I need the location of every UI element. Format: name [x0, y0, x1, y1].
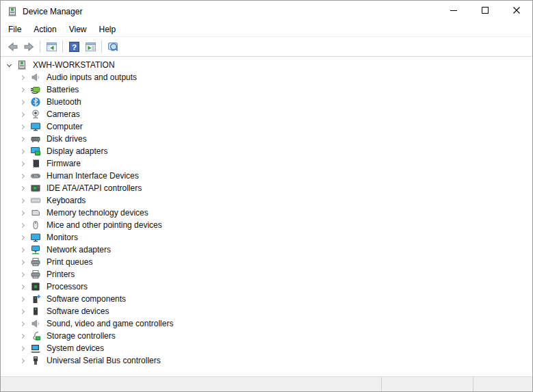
device-manager-icon — [7, 6, 18, 17]
chevron-down-icon[interactable] — [3, 60, 14, 70]
printer-icon — [30, 269, 41, 280]
tree-item-batteries[interactable]: Batteries — [1, 83, 532, 96]
chevron-right-icon[interactable] — [17, 269, 28, 280]
tree-item-keyboards[interactable]: Keyboards — [1, 194, 532, 207]
tree-item-software-components[interactable]: Software components — [1, 293, 532, 305]
chevron-right-icon[interactable] — [17, 306, 28, 317]
chevron-right-icon[interactable] — [17, 281, 28, 292]
tree-item-monitors[interactable]: Monitors — [1, 231, 532, 244]
tree-item-sound-video-and-game-controllers[interactable]: Sound, video and game controllers — [1, 317, 532, 330]
tree-item-print-queues[interactable]: Print queues — [1, 256, 532, 268]
chevron-right-icon[interactable] — [17, 355, 28, 366]
tree-item-system-devices[interactable]: System devices — [1, 342, 532, 354]
menu-action[interactable]: Action — [27, 23, 62, 36]
tree-item-label: Mice and other pointing devices — [45, 220, 164, 231]
tree-item-network-adapters[interactable]: Network adapters — [1, 244, 532, 256]
menu-file[interactable]: File — [2, 23, 27, 36]
svg-text:?: ? — [71, 42, 76, 51]
chevron-right-icon[interactable] — [17, 183, 28, 194]
chevron-right-icon[interactable] — [17, 330, 28, 341]
properties-button[interactable] — [82, 38, 99, 55]
tree-item-disk-drives[interactable]: Disk drives — [1, 133, 532, 145]
minimize-button[interactable] — [438, 1, 469, 22]
chevron-right-icon[interactable] — [17, 72, 28, 83]
camera-icon — [30, 109, 41, 120]
console-tree-icon — [46, 41, 57, 53]
tree-item-memory-technology-devices[interactable]: Memory technology devices — [1, 207, 532, 219]
software-device-icon — [30, 306, 41, 317]
menu-help[interactable]: Help — [93, 23, 122, 36]
chevron-right-icon[interactable] — [17, 121, 28, 132]
chevron-right-icon[interactable] — [17, 84, 28, 95]
mouse-icon — [30, 220, 41, 231]
chevron-right-icon[interactable] — [17, 257, 28, 267]
scan-for-hardware-changes-button[interactable] — [105, 38, 121, 55]
help-button[interactable]: ? — [66, 38, 82, 55]
tree-item-processors[interactable]: Processors — [1, 280, 532, 293]
tree-item-label: Memory technology devices — [45, 207, 150, 218]
chevron-right-icon[interactable] — [17, 195, 28, 206]
chevron-right-icon[interactable] — [17, 343, 28, 354]
tree-item-label: Audio inputs and outputs — [45, 72, 138, 83]
tree-item-storage-controllers[interactable]: Storage controllers — [1, 330, 532, 342]
menu-view[interactable]: View — [63, 23, 93, 36]
statusbar-segment — [473, 377, 532, 391]
chevron-right-icon[interactable] — [17, 133, 28, 144]
tree-item-software-devices[interactable]: Software devices — [1, 305, 532, 317]
chevron-right-icon[interactable] — [17, 158, 28, 169]
tree-item-label: Software components — [45, 293, 127, 304]
tree-item-ide-ata-atapi-controllers[interactable]: IDE ATA/ATAPI controllers — [1, 182, 532, 194]
device-tree: XWH-WORKSTATION Audio inputs and outputs… — [1, 57, 532, 376]
tree-item-display-adapters[interactable]: Display adapters — [1, 145, 532, 157]
back-button[interactable] — [4, 38, 21, 55]
forward-arrow-icon — [23, 41, 35, 53]
device-manager-window: Device Manager FileActionViewHelp ? XWH-… — [0, 0, 533, 392]
chevron-right-icon[interactable] — [17, 220, 28, 231]
tree-item-label: Print queues — [45, 257, 94, 267]
tree-item-label: Cameras — [45, 109, 81, 120]
battery-icon — [30, 84, 41, 95]
show-hide-console-tree-button[interactable] — [43, 38, 60, 55]
tree-item-firmware[interactable]: Firmware — [1, 157, 532, 170]
chevron-right-icon[interactable] — [17, 318, 28, 329]
window-title: Device Manager — [23, 7, 82, 16]
statusbar — [1, 376, 532, 391]
statusbar-segment — [381, 377, 473, 391]
chevron-right-icon[interactable] — [17, 232, 28, 243]
tree-item-printers[interactable]: Printers — [1, 268, 532, 280]
hid-icon — [30, 170, 41, 181]
tree-item-audio-inputs-and-outputs[interactable]: Audio inputs and outputs — [1, 71, 532, 83]
chevron-right-icon[interactable] — [17, 244, 28, 255]
tree-item-human-interface-devices[interactable]: Human Interface Devices — [1, 170, 532, 182]
tree-item-cameras[interactable]: Cameras — [1, 108, 532, 120]
tree-item-computer[interactable]: Computer — [1, 120, 532, 133]
tree-item-label: XWH-WORKSTATION — [31, 60, 116, 70]
titlebar: Device Manager — [1, 1, 532, 22]
tree-item-label: Software devices — [45, 306, 110, 317]
tree-item-label: Batteries — [45, 84, 80, 95]
tree-root-xwh-workstation[interactable]: XWH-WORKSTATION — [1, 59, 532, 71]
tree-item-label: Network adapters — [45, 244, 112, 255]
tree-item-bluetooth[interactable]: Bluetooth — [1, 96, 532, 108]
close-icon — [511, 5, 522, 18]
audio-icon — [30, 72, 41, 83]
bluetooth-icon — [30, 96, 41, 107]
maximize-button[interactable] — [469, 1, 501, 22]
chevron-right-icon[interactable] — [17, 96, 28, 107]
processor-icon — [30, 281, 41, 292]
chevron-right-icon[interactable] — [17, 207, 28, 218]
tree-item-universal-serial-bus-controllers[interactable]: Universal Serial Bus controllers — [1, 354, 532, 367]
toolbar-separator — [40, 40, 40, 53]
software-component-icon — [30, 293, 41, 304]
chevron-right-icon[interactable] — [17, 109, 28, 120]
tree-item-label: Universal Serial Bus controllers — [45, 355, 162, 366]
chevron-right-icon[interactable] — [17, 293, 28, 304]
tree-item-mice-and-other-pointing-devices[interactable]: Mice and other pointing devices — [1, 219, 532, 231]
chevron-right-icon[interactable] — [17, 170, 28, 181]
forward-button[interactable] — [21, 38, 37, 55]
close-button[interactable] — [501, 1, 532, 22]
help-icon: ? — [68, 41, 80, 53]
tree-item-label: System devices — [45, 343, 105, 354]
chevron-right-icon[interactable] — [17, 146, 28, 157]
memory-device-icon — [30, 207, 41, 218]
